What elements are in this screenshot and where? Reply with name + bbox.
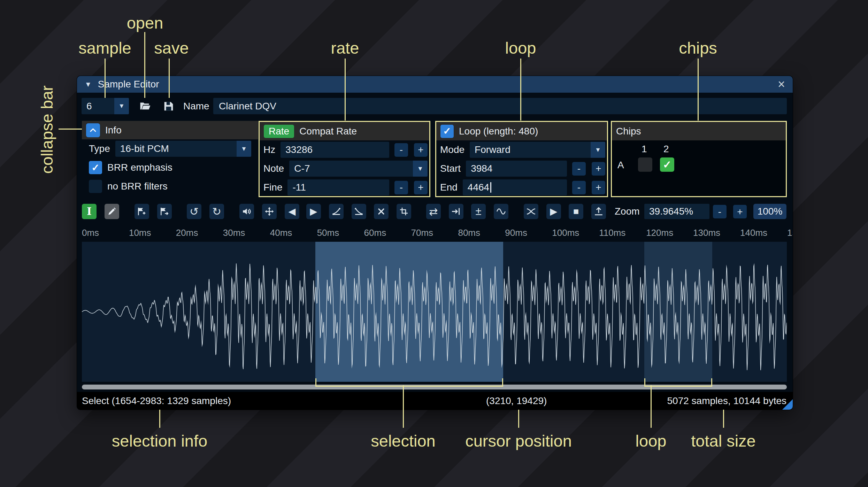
sign-invert-button[interactable]: ± <box>471 204 486 219</box>
resize-flag-icon <box>137 207 147 216</box>
rate-header: Compat Rate <box>299 126 357 137</box>
redo-button[interactable]: ↻ <box>209 204 224 219</box>
zoom-reset-button[interactable]: 100% <box>753 204 786 219</box>
no-brr-filters-checkbox[interactable] <box>89 180 102 193</box>
resample-button[interactable] <box>157 204 172 219</box>
floppy-save-icon <box>163 101 174 112</box>
timeline-label: 40ms <box>270 227 292 238</box>
draw-tool-button[interactable] <box>105 204 119 219</box>
waveform-canvas[interactable] <box>82 242 787 382</box>
fine-minus-button[interactable]: - <box>394 181 408 194</box>
loop-end-minus-button[interactable]: - <box>572 181 586 194</box>
loop-start-minus-button[interactable]: - <box>572 162 586 176</box>
annotation-selection-info: selection info <box>112 431 207 450</box>
reverse-button[interactable]: ◀ <box>285 204 299 219</box>
window-collapse-caret-icon[interactable]: ▼ <box>85 80 92 88</box>
selection-info-text: Select (1654-2983: 1329 samples) <box>82 392 231 410</box>
window-title: Sample Editor <box>98 79 159 90</box>
loop-bracket <box>644 378 712 387</box>
chip-1-checkbox[interactable] <box>638 157 652 172</box>
sample-number-value: 6 <box>82 101 114 112</box>
loop-end-label: End <box>440 182 458 193</box>
timeline-label: 110ms <box>599 227 625 238</box>
depth-select[interactable]: 16-bit PCM ▼ <box>115 141 251 157</box>
sample-number-select[interactable]: 6 ▼ <box>82 98 129 114</box>
fine-input[interactable]: -11 <box>287 179 389 195</box>
hz-minus-button[interactable]: - <box>394 143 408 157</box>
rate-badge-button[interactable]: Rate <box>264 125 294 138</box>
undo-icon: ↺ <box>190 205 199 218</box>
loop-end-input[interactable]: 4464 <box>463 179 567 195</box>
chevron-down-icon[interactable]: ▼ <box>591 142 605 158</box>
loop-enable-checkbox[interactable]: ✓ <box>440 125 454 138</box>
timeline-label: 50ms <box>317 227 339 238</box>
create-wavetable-button[interactable] <box>591 204 606 219</box>
chip-2-checkbox[interactable]: ✓ <box>660 157 674 172</box>
select-tool-button[interactable]: I <box>82 204 97 219</box>
undo-button[interactable]: ↺ <box>187 204 201 219</box>
timeline-label: 140ms <box>740 227 767 238</box>
collapse-bar-button[interactable] <box>86 123 100 137</box>
resample-flag-icon <box>160 207 169 216</box>
annotation-line-selection-info <box>159 410 160 428</box>
annotation-line-rate <box>345 59 346 121</box>
zoom-minus-button[interactable]: - <box>713 205 727 218</box>
invert-button[interactable]: ▶ <box>306 204 321 219</box>
loop-start-plus-button[interactable]: + <box>592 162 605 176</box>
chevron-down-icon[interactable]: ▼ <box>413 161 428 177</box>
annotation-line-sample <box>105 59 106 98</box>
note-select[interactable]: C-7 ▼ <box>289 161 428 177</box>
upload-icon <box>594 207 604 216</box>
trim-button[interactable] <box>397 204 411 219</box>
fade-in-icon <box>331 207 341 216</box>
folder-open-icon <box>139 100 151 112</box>
loop-mode-value: Forward <box>470 144 591 155</box>
loop-start-input[interactable]: 3984 <box>466 161 567 177</box>
crossfade-button[interactable] <box>524 204 538 219</box>
zoom-label: Zoom <box>615 203 640 220</box>
zoom-plus-button[interactable]: + <box>733 205 747 218</box>
fade-out-button[interactable] <box>352 204 366 219</box>
annotation-line-cursor-position <box>518 410 519 428</box>
fine-plus-button[interactable]: + <box>414 181 428 194</box>
close-icon[interactable]: × <box>778 78 785 91</box>
arrow-to-bar-icon <box>451 207 461 216</box>
brr-emphasis-checkbox[interactable]: ✓ <box>89 161 102 174</box>
check-icon: ✓ <box>663 159 671 171</box>
no-brr-filters-label: no BRR filters <box>107 181 168 192</box>
text-cursor <box>490 182 491 193</box>
titlebar[interactable]: ▼ Sample Editor × <box>77 76 793 93</box>
loop-end-plus-button[interactable]: + <box>592 181 605 194</box>
chips-header: Chips <box>616 126 641 137</box>
annotation-line-selection <box>403 385 404 428</box>
amplify-button[interactable] <box>239 204 254 219</box>
check-icon: ✓ <box>443 125 451 137</box>
resize-button[interactable] <box>135 204 149 219</box>
timeline-label: 130ms <box>693 227 720 238</box>
fade-in-button[interactable] <box>329 204 344 219</box>
delete-button[interactable] <box>374 204 389 219</box>
sine-wave-icon <box>496 207 506 216</box>
timeline-label: 60ms <box>364 227 386 238</box>
preview-play-button[interactable]: ▶ <box>546 204 561 219</box>
insert-button[interactable] <box>449 204 463 219</box>
loop-mode-select[interactable]: Forward ▼ <box>470 142 605 158</box>
hz-input[interactable]: 33286 <box>281 142 389 158</box>
play-icon: ▶ <box>550 206 558 217</box>
save-sample-button[interactable] <box>161 99 176 114</box>
name-row: 6 ▼ Name Clarinet DQV <box>77 97 793 115</box>
hz-plus-button[interactable]: + <box>414 143 428 157</box>
annotation-line-collapse-bar <box>59 129 82 130</box>
exchange-icon: ⇄ <box>429 206 438 218</box>
normalize-button[interactable] <box>262 204 277 219</box>
chevron-down-icon[interactable]: ▼ <box>237 141 251 157</box>
exchange-button[interactable]: ⇄ <box>426 204 441 219</box>
sample-name-input[interactable]: Clarinet DQV <box>213 98 787 114</box>
open-sample-button[interactable] <box>138 99 153 114</box>
zoom-input[interactable]: 39.9645% <box>644 204 709 219</box>
filter-button[interactable] <box>494 204 508 219</box>
chevron-down-icon[interactable]: ▼ <box>114 98 129 114</box>
waveform-view[interactable] <box>82 242 787 382</box>
preview-stop-button[interactable]: ■ <box>569 204 583 219</box>
resize-grip[interactable] <box>782 399 793 410</box>
